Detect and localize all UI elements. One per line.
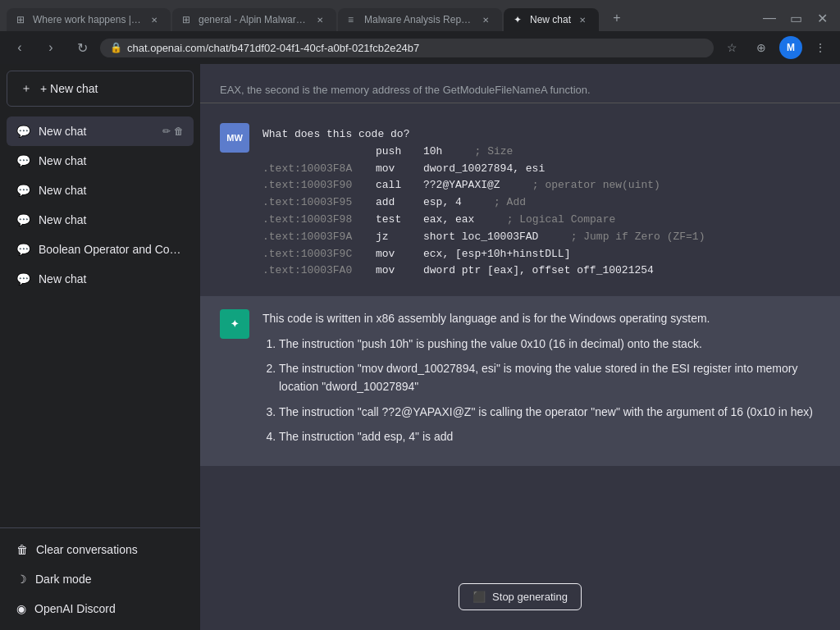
tab-bar: ⊞ Where work happens | Slack ✕ ⊞ general… — [0, 0, 840, 31]
url-input[interactable] — [127, 42, 704, 54]
bookmark-btn[interactable]: ☆ — [719, 34, 745, 61]
stop-icon: ⬛ — [472, 591, 486, 603]
assistant-points: The instruction "push 10h" is pushing th… — [279, 335, 820, 446]
footer-label-clear: Clear conversations — [36, 543, 138, 556]
forward-btn[interactable]: › — [38, 34, 64, 61]
stop-generating-label: Stop generating — [492, 591, 568, 603]
footer-label-discord: OpenAI Discord — [34, 602, 116, 615]
chat-icon: 💬 — [16, 125, 30, 138]
message-user-msg-1: MW What does this code do? push 10h ; Si… — [200, 110, 840, 296]
new-chat-button[interactable]: ＋ + New chat — [7, 71, 194, 107]
new-chat-label: + New chat — [40, 82, 98, 95]
profile-account-btn[interactable]: M — [778, 34, 804, 61]
footer-label-dark: Dark mode — [35, 573, 91, 586]
tab-label: general - Alpin Malware - Slack — [199, 14, 308, 25]
sidebar-item-label: New chat — [39, 154, 184, 167]
chat-icon: 💬 — [16, 272, 30, 285]
message-avatar-assistant-msg-1: ✦ — [220, 309, 249, 339]
tab-close-btn[interactable]: ✕ — [479, 13, 492, 26]
plus-icon: ＋ — [21, 81, 32, 96]
browser-tab-new-chat[interactable]: ✦ New chat ✕ — [504, 8, 599, 31]
list-item: The instruction "push 10h" is pushing th… — [279, 335, 820, 353]
reload-btn[interactable]: ↻ — [69, 34, 95, 61]
sidebar-item-chat-1[interactable]: 💬 New chat ✏ 🗑 — [7, 116, 194, 146]
context-text: EAX, the second is the memory address of… — [220, 84, 591, 96]
message-assistant-msg-1: ✦ This code is written in x86 assembly l… — [200, 296, 840, 465]
tab-close-btn[interactable]: ✕ — [313, 13, 326, 26]
tab-favicon: ≡ — [348, 14, 359, 25]
chat-input-area: ⬛ Stop generating — [200, 573, 840, 630]
message-content-assistant-msg-1: This code is written in x86 assembly lan… — [262, 309, 820, 452]
tab-close-btn[interactable]: ✕ — [148, 13, 161, 26]
list-item: The instruction "add esp, 4" is add — [279, 427, 820, 445]
context-line: EAX, the second is the memory address of… — [200, 77, 840, 103]
item-actions: ✏ 🗑 — [162, 126, 184, 137]
stop-generating-area: ⬛ Stop generating — [220, 583, 820, 610]
chat-icon: 💬 — [16, 154, 30, 167]
sidebar-footer-item-dark[interactable]: ☽ Dark mode — [7, 564, 194, 594]
browser-tab-slack-general[interactable]: ⊞ general - Alpin Malware - Slack ✕ — [172, 8, 336, 31]
nav-bar: ‹ › ↻ 🔒 ☆ ⊕ M ⋮ — [0, 31, 840, 64]
list-item: The instruction "call ??2@YAPAXI@Z" is c… — [279, 403, 820, 421]
sidebar-item-chat-2[interactable]: 💬 New chat — [7, 146, 194, 176]
app-container: ＋ + New chat 💬 New chat ✏ 🗑 💬 New chat 💬… — [0, 64, 840, 630]
sidebar-item-chat-4[interactable]: 💬 New chat — [7, 205, 194, 235]
sidebar-item-chat-3[interactable]: 💬 New chat — [7, 176, 194, 205]
sidebar-items-list: 💬 New chat ✏ 🗑 💬 New chat 💬 New chat 💬 N… — [0, 113, 200, 527]
menu-btn[interactable]: ⋮ — [807, 34, 833, 61]
tab-label: Where work happens | Slack — [33, 14, 143, 25]
tab-favicon: ⊞ — [182, 14, 194, 25]
sidebar-footer-item-clear[interactable]: 🗑 Clear conversations — [7, 535, 194, 564]
tab-favicon: ✦ — [514, 14, 525, 25]
browser-tab-malware-template[interactable]: ≡ Malware Analysis Report Templ... ✕ — [338, 8, 502, 31]
sidebar: ＋ + New chat 💬 New chat ✏ 🗑 💬 New chat 💬… — [0, 64, 200, 630]
message-avatar-user-msg-1: MW — [220, 123, 249, 153]
chat-icon: 💬 — [16, 213, 30, 226]
tab-label: New chat — [530, 14, 571, 25]
new-tab-btn[interactable]: + — [604, 5, 630, 31]
chat-messages: EAX, the second is the memory address of… — [200, 64, 840, 573]
trash-icon[interactable]: 🗑 — [174, 126, 184, 137]
list-item: The instruction "mov dword_10027894, esi… — [279, 359, 820, 396]
tab-favicon: ⊞ — [16, 14, 28, 25]
sidebar-item-label: Boolean Operator and Conditi... — [39, 243, 184, 256]
footer-icon-discord: ◉ — [16, 602, 26, 615]
tab-label: Malware Analysis Report Templ... — [364, 14, 474, 25]
tab-actions[interactable]: — ▭ ✕ — [758, 7, 833, 30]
nav-right-actions: ☆ ⊕ M ⋮ — [719, 34, 833, 61]
extension-btn[interactable]: ⊕ — [748, 34, 774, 61]
chat-icon: 💬 — [16, 184, 30, 197]
sidebar-footer-item-discord[interactable]: ◉ OpenAI Discord — [7, 594, 194, 623]
messages-container: MW What does this code do? push 10h ; Si… — [200, 110, 840, 466]
lock-icon: 🔒 — [110, 42, 122, 53]
browser-chrome: ⊞ Where work happens | Slack ✕ ⊞ general… — [0, 0, 840, 64]
address-bar[interactable]: 🔒 — [100, 39, 714, 57]
sidebar-item-chat-5[interactable]: 💬 Boolean Operator and Conditi... — [7, 235, 194, 264]
chat-icon: 💬 — [16, 243, 30, 256]
sidebar-item-chat-6[interactable]: 💬 New chat — [7, 264, 194, 294]
footer-icon-dark: ☽ — [16, 573, 27, 586]
footer-icon-clear: 🗑 — [16, 543, 28, 556]
window-minimize-btn[interactable]: — — [758, 7, 781, 30]
assistant-intro: This code is written in x86 assembly lan… — [262, 309, 820, 327]
browser-tab-slack-main[interactable]: ⊞ Where work happens | Slack ✕ — [7, 8, 171, 31]
code-block: What does this code do? push 10h ; Size … — [262, 126, 820, 280]
window-close-btn[interactable]: ✕ — [810, 7, 833, 30]
sidebar-item-label: New chat — [39, 184, 184, 197]
sidebar-footer: 🗑 Clear conversations ☽ Dark mode ◉ Open… — [0, 527, 200, 630]
main-content: EAX, the second is the memory address of… — [200, 64, 840, 630]
sidebar-item-label: New chat — [39, 125, 154, 138]
tab-close-btn[interactable]: ✕ — [576, 13, 589, 26]
stop-generating-btn[interactable]: ⬛ Stop generating — [459, 583, 582, 610]
profile-avatar: M — [779, 36, 802, 59]
sidebar-item-label: New chat — [39, 272, 184, 285]
edit-icon[interactable]: ✏ — [162, 126, 171, 137]
window-restore-btn[interactable]: ▭ — [784, 7, 807, 30]
message-content-user-msg-1: What does this code do? push 10h ; Size … — [262, 123, 820, 283]
sidebar-item-label: New chat — [39, 213, 184, 226]
back-btn[interactable]: ‹ — [7, 34, 33, 61]
